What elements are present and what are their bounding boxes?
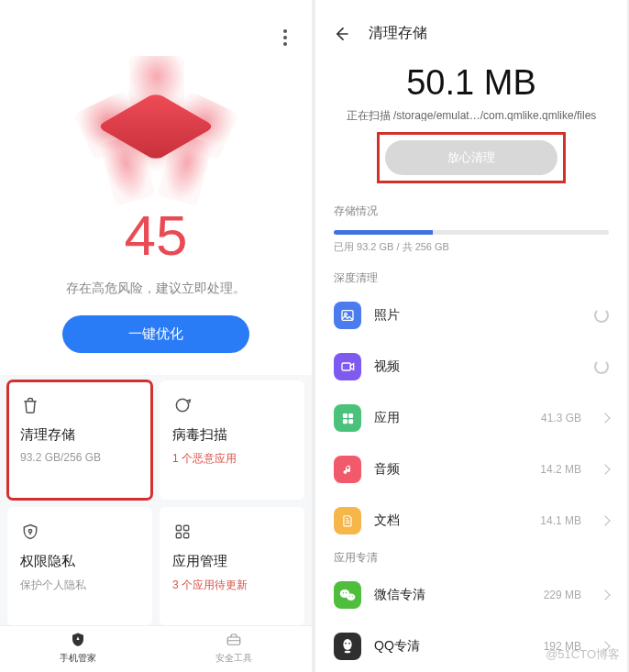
manager-home-screen: 45 存在高危风险，建议立即处理。 一键优化 清理存储 93.2 GB/256 … xyxy=(0,0,312,672)
svg-rect-11 xyxy=(348,413,353,417)
list-item-name: 视频 xyxy=(374,358,581,375)
svg-point-16 xyxy=(343,592,345,594)
storage-usage-text: 已用 93.2 GB / 共 256 GB xyxy=(315,240,627,267)
card-sub: 保护个人隐私 xyxy=(20,578,139,593)
card-title: 权限隐私 xyxy=(20,553,139,570)
video-icon xyxy=(334,353,361,380)
card-clean-storage[interactable]: 清理存储 93.2 GB/256 GB xyxy=(7,380,152,500)
list-item-value: 229 MB xyxy=(544,589,581,601)
apps-icon xyxy=(334,404,361,432)
deep-item-row[interactable]: 照片 xyxy=(315,290,627,341)
photo-icon xyxy=(334,302,361,329)
svg-point-8 xyxy=(345,313,348,315)
scan-size-value: 50.1 MB xyxy=(315,63,627,103)
list-item-name: QQ专清 xyxy=(374,638,531,655)
doc-icon xyxy=(334,507,361,534)
clean-storage-screen: 清理存储 50.1 MB 正在扫描 /storage/emulat…/com.q… xyxy=(315,0,627,672)
risk-message: 存在高危风险，建议立即处理。 xyxy=(17,281,295,297)
risk-cube-graphic xyxy=(76,53,237,200)
svg-rect-2 xyxy=(176,525,181,530)
target-icon xyxy=(172,395,193,415)
svg-rect-3 xyxy=(184,525,189,530)
svg-point-19 xyxy=(352,596,353,597)
svg-point-20 xyxy=(343,639,351,650)
svg-point-21 xyxy=(345,651,351,654)
scan-prefix: 正在扫描 xyxy=(347,109,393,121)
list-item-name: 照片 xyxy=(374,307,581,324)
storage-bar-fill xyxy=(334,230,433,235)
back-icon[interactable] xyxy=(332,25,350,43)
scan-path: /storage/emulat…/com.qmlike.qmlike/files xyxy=(393,109,596,121)
loading-spinner-icon xyxy=(594,359,609,374)
deep-item-row[interactable]: 应用41.3 GB xyxy=(315,392,627,444)
section-label-storage: 存储情况 xyxy=(315,200,627,223)
feature-grid: 清理存储 93.2 GB/256 GB 病毒扫描 1 个恶意应用 权限隐私 保护… xyxy=(0,375,312,625)
tab-security-tools[interactable]: 安全工具 xyxy=(156,626,312,672)
list-item-name: 文档 xyxy=(374,512,527,529)
chevron-right-icon xyxy=(600,464,610,474)
watermark: @51CTO博客 xyxy=(546,646,620,663)
shield-icon xyxy=(69,632,87,650)
svg-rect-10 xyxy=(342,413,347,417)
shield-key-icon xyxy=(20,522,40,542)
svg-point-22 xyxy=(345,643,347,644)
card-sub: 1 个恶意应用 xyxy=(172,451,292,467)
svg-point-23 xyxy=(348,643,350,644)
section-label-deep: 深度清理 xyxy=(315,267,627,290)
card-app-management[interactable]: 应用管理 3 个应用待更新 xyxy=(160,507,304,626)
health-score: 45 xyxy=(17,207,295,264)
hero-panel: 45 存在高危风险，建议立即处理。 一键优化 xyxy=(0,0,312,375)
card-sub: 3 个应用待更新 xyxy=(172,578,292,593)
section-label-appclean: 应用专清 xyxy=(315,546,627,569)
svg-rect-12 xyxy=(342,419,347,424)
loading-spinner-icon xyxy=(594,308,609,323)
trash-icon xyxy=(20,395,40,415)
card-title: 清理存储 xyxy=(20,426,139,444)
grid-icon xyxy=(172,522,193,542)
app-item-row[interactable]: 微信专清229 MB xyxy=(315,569,627,621)
svg-rect-13 xyxy=(348,419,353,424)
chevron-right-icon xyxy=(600,589,610,600)
svg-point-1 xyxy=(28,529,31,532)
scan-path-label: 正在扫描 /storage/emulat…/com.qmlike.qmlike/… xyxy=(315,108,627,121)
toolbox-icon xyxy=(225,632,243,650)
tab-label: 手机管家 xyxy=(0,652,156,665)
audio-icon xyxy=(334,456,361,483)
deep-item-row[interactable]: 音频14.2 MB xyxy=(315,444,627,495)
svg-point-17 xyxy=(346,592,348,594)
chevron-right-icon xyxy=(600,413,610,423)
deep-item-row[interactable]: 文档14.1 MB xyxy=(315,495,627,546)
card-sub: 93.2 GB/256 GB xyxy=(20,451,139,464)
svg-rect-9 xyxy=(342,363,350,370)
list-item-name: 应用 xyxy=(374,410,528,426)
list-item-value: 41.3 GB xyxy=(541,412,581,424)
deep-clean-list: 照片视频应用41.3 GB音频14.2 MB文档14.1 MB xyxy=(315,290,627,546)
deep-item-row[interactable]: 视频 xyxy=(315,341,627,392)
svg-rect-4 xyxy=(176,533,181,537)
highlight-box: 放心清理 xyxy=(377,132,566,183)
card-title: 病毒扫描 xyxy=(172,426,292,444)
bottom-nav: 手机管家 安全工具 xyxy=(0,625,312,672)
tab-label: 安全工具 xyxy=(156,652,312,665)
card-privacy[interactable]: 权限隐私 保护个人隐私 xyxy=(7,507,152,626)
wechat-icon xyxy=(334,581,361,609)
svg-point-0 xyxy=(176,399,188,411)
more-icon[interactable] xyxy=(275,28,295,48)
optimize-button[interactable]: 一键优化 xyxy=(62,315,249,353)
page-header: 清理存储 xyxy=(315,0,627,56)
list-item-value: 14.2 MB xyxy=(540,463,581,476)
list-item-name: 微信专清 xyxy=(374,587,531,603)
svg-point-15 xyxy=(347,594,355,601)
list-item-value: 14.1 MB xyxy=(540,514,581,527)
qq-icon xyxy=(334,633,361,660)
card-title: 应用管理 xyxy=(172,553,292,570)
card-virus-scan[interactable]: 病毒扫描 1 个恶意应用 xyxy=(160,380,304,500)
list-item-name: 音频 xyxy=(374,461,527,478)
tab-phone-manager[interactable]: 手机管家 xyxy=(0,626,156,672)
storage-bar xyxy=(334,230,609,235)
svg-point-18 xyxy=(349,596,350,597)
clean-now-button[interactable]: 放心清理 xyxy=(385,140,557,175)
page-title: 清理存储 xyxy=(369,24,427,43)
svg-rect-5 xyxy=(184,533,189,537)
chevron-right-icon xyxy=(600,515,610,525)
